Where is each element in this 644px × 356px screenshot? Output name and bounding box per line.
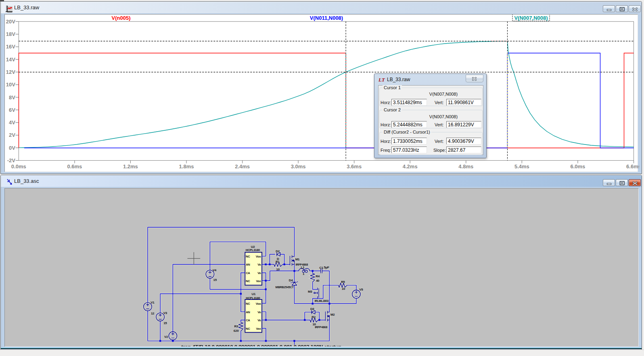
svg-text:L1: L1 (301, 266, 305, 269)
svg-text:R2: R2 (312, 315, 316, 319)
svg-text:V(N011,N008): V(N011,N008) (310, 15, 343, 21)
svg-text:Vee: Vee (256, 327, 261, 331)
svg-text:AN: AN (246, 263, 250, 266)
svg-text:4.2ms: 4.2ms (403, 163, 418, 170)
svg-text:Vo: Vo (257, 263, 261, 266)
svg-text:V(n005): V(n005) (112, 15, 131, 21)
svg-text:20V: 20V (6, 19, 15, 25)
svg-text:V4: V4 (213, 268, 217, 272)
svg-text:V2: V2 (164, 335, 168, 339)
svg-text:NC: NC (246, 327, 250, 331)
svg-text:V3: V3 (163, 311, 167, 315)
svg-text:V5: V5 (359, 288, 363, 291)
svg-text:IRLML2803: IRLML2803 (315, 299, 329, 303)
svg-text:HCPL3180: HCPL3180 (246, 248, 260, 252)
svg-text:6.6ms: 6.6ms (626, 163, 639, 170)
svg-text:NC: NC (246, 302, 250, 306)
svg-text:M1: M1 (295, 258, 300, 261)
svg-text:5.4ms: 5.4ms (514, 163, 529, 170)
svg-text:10: 10 (276, 268, 280, 271)
svg-text:D4: D4 (289, 279, 293, 282)
svg-text:D3: D3 (310, 307, 314, 311)
svg-text:620: 620 (234, 329, 239, 333)
svg-text:2.4ms: 2.4ms (235, 163, 250, 170)
svg-text:HCPL3180: HCPL3180 (246, 296, 260, 300)
svg-text:U1: U1 (252, 292, 256, 296)
svg-text:LT: LT (378, 77, 385, 83)
svg-text:AN: AN (246, 310, 250, 314)
svg-text:15: 15 (163, 321, 167, 325)
svg-text:R5: R5 (341, 280, 345, 284)
svg-text:-2V: -2V (7, 157, 16, 163)
svg-text:4V: 4V (9, 119, 15, 126)
svg-text:R4: R4 (316, 274, 320, 278)
svg-text:1.8ms: 1.8ms (179, 163, 194, 170)
svg-text:40: 40 (316, 279, 320, 283)
svg-text:0.6ms: 0.6ms (67, 163, 82, 170)
svg-text:Vo: Vo (257, 271, 261, 275)
svg-text:6V: 6V (9, 107, 15, 113)
svg-text:.tran 4T/B 10 0.000010 0.00000: .tran 4T/B 10 0.000010 0.000001 0.000001… (180, 344, 341, 347)
svg-text:Voo: Voo (256, 255, 261, 258)
svg-text:IRFP4868: IRFP4868 (315, 325, 328, 329)
svg-text:8V: 8V (9, 94, 15, 101)
svg-text:16V: 16V (6, 44, 15, 50)
svg-text:R3: R3 (234, 325, 238, 328)
svg-text:V(N007,N008): V(N007,N008) (514, 15, 548, 21)
svg-text:Vee: Vee (256, 279, 261, 283)
svg-text:R1: R1 (276, 260, 280, 264)
svg-text:MBRB2545CT: MBRB2545CT (276, 285, 294, 289)
svg-text:NC: NC (246, 255, 250, 258)
svg-text:V1: V1 (151, 301, 155, 304)
svg-text:4.8ms: 4.8ms (458, 163, 473, 170)
svg-text:0V: 0V (9, 145, 15, 151)
svg-text:5µF: 5µF (324, 266, 329, 269)
svg-text:C1: C1 (319, 266, 323, 270)
svg-text:10: 10 (342, 287, 345, 291)
svg-text:0.0ms: 0.0ms (11, 163, 26, 170)
svg-text:3.0ms: 3.0ms (291, 163, 306, 170)
svg-text:Vo: Vo (257, 318, 261, 322)
svg-text:M2: M2 (330, 313, 335, 316)
svg-text:1.2ms: 1.2ms (123, 163, 138, 170)
svg-text:15: 15 (213, 278, 217, 282)
svg-text:Vo: Vo (257, 310, 261, 314)
svg-text:3.6ms: 3.6ms (347, 163, 362, 170)
svg-text:M3: M3 (308, 290, 312, 293)
svg-text:12: 12 (151, 312, 155, 315)
svg-text:CA: CA (246, 318, 250, 322)
svg-text:6.0ms: 6.0ms (570, 163, 585, 170)
svg-text:12V: 12V (6, 69, 15, 75)
svg-text:10V: 10V (6, 82, 15, 88)
svg-text:2V: 2V (9, 132, 15, 138)
svg-text:CA: CA (246, 271, 250, 275)
svg-text:18V: 18V (6, 31, 15, 37)
svg-text:NC: NC (246, 279, 250, 283)
svg-text:14V: 14V (6, 57, 15, 63)
svg-text:Voo: Voo (256, 302, 261, 306)
svg-text:D2: D2 (276, 249, 280, 253)
